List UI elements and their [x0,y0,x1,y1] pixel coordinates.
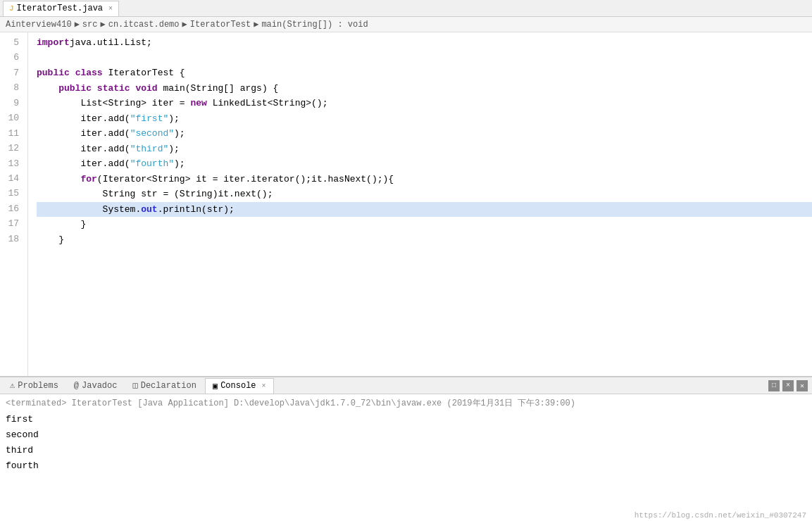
java-file-icon: J [9,4,14,13]
line-num-16: 16 [6,201,22,216]
editor-area: 5 6 7 8 9 10 11 12 13 14 15 16 17 18 imp… [0,32,812,377]
code-line-17: } [37,217,812,232]
console-output: first second third fourth [6,412,806,474]
line-num-7: 7 [6,65,22,80]
console-close-icon: × [262,382,266,390]
bottom-tab-bar: ⚠ Problems @ Javadoc ◫ Declaration ▣ Con… [0,377,812,394]
code-line-18: } [37,232,812,248]
console-terminated-text: <terminated> IteratorTest [Java Applicat… [6,397,806,409]
close-panel-button[interactable]: × [782,380,794,391]
line-num-15: 15 [6,186,22,201]
declaration-icon: ◫ [132,380,137,391]
code-line-9: List<String> iter = new LinkedList<Strin… [37,96,812,111]
breadcrumb-sep-4: ▶ [254,19,258,30]
console-line-2: second [6,427,806,443]
bottom-panel: ⚠ Problems @ Javadoc ◫ Declaration ▣ Con… [0,377,812,521]
console-icon: ▣ [213,381,218,391]
code-line-8: public static void main(String[] args) { [37,81,812,96]
tab-declaration[interactable]: ◫ Declaration [125,378,203,394]
code-line-10: iter.add("first"); [37,111,812,127]
console-line-4: fourth [6,458,806,474]
editor-tab[interactable]: J IteratorTest.java × [3,1,119,16]
code-text-area[interactable]: import java.util.List; public class Iter… [28,32,812,376]
line-num-8: 8 [6,80,22,95]
console-label: Console [220,381,256,391]
breadcrumb-method[interactable]: main(String[]) : void [261,20,368,30]
minimize-panel-button[interactable]: □ [768,380,780,391]
javadoc-icon: @ [74,381,79,391]
code-container: 5 6 7 8 9 10 11 12 13 14 15 16 17 18 imp… [0,32,812,376]
console-footer: https://blog.csdn.net/weixin_#0307247 [0,510,812,521]
line-num-14: 14 [6,171,22,186]
line-num-17: 17 [6,216,22,231]
tab-filename: IteratorTest.java [17,4,103,13]
line-num-6: 6 [6,50,22,65]
line-num-13: 13 [6,156,22,171]
code-line-5: import java.util.List; [37,35,812,51]
breadcrumb-sep-1: ▶ [75,19,80,30]
line-num-9: 9 [6,96,22,111]
declaration-label: Declaration [141,381,196,391]
tab-javadoc[interactable]: @ Javadoc [67,378,125,394]
line-num-10: 10 [6,111,22,125]
code-line-14: for(Iterator<String> it = iter.iterator(… [37,172,812,187]
menu-panel-button[interactable]: ✕ [797,380,808,391]
tab-bar: J IteratorTest.java × [0,0,812,17]
code-line-12: iter.add("third"); [37,142,812,157]
breadcrumb-sep-2: ▶ [100,19,105,30]
horizontal-scrollbar[interactable] [0,376,812,377]
javadoc-label: Javadoc [82,381,117,391]
breadcrumb-class[interactable]: IteratorTest [190,20,251,30]
console-line-1: first [6,412,806,427]
tab-problems[interactable]: ⚠ Problems [3,378,65,394]
breadcrumb: Ainterview410 ▶ src ▶ cn.itcast.demo ▶ I… [0,17,812,32]
line-num-18: 18 [6,232,22,246]
breadcrumb-sep-3: ▶ [182,19,187,30]
problems-label: Problems [18,381,58,391]
console-output-area: <terminated> IteratorTest [Java Applicat… [0,394,812,510]
tab-close-button[interactable]: × [108,5,113,13]
breadcrumb-package[interactable]: cn.itcast.demo [108,20,180,30]
code-line-13: iter.add("fourth"); [37,156,812,172]
code-line-6 [37,51,812,66]
line-num-5: 5 [6,35,22,50]
line-numbers: 5 6 7 8 9 10 11 12 13 14 15 16 17 18 [0,32,28,376]
code-line-11: iter.add("second"); [37,126,812,142]
breadcrumb-project[interactable]: Ainterview410 [6,20,72,30]
code-line-16: System.out.println(str); [37,202,812,218]
footer-url: https://blog.csdn.net/weixin_#0307247 [635,511,806,520]
code-line-7: public class IteratorTest { [37,65,812,81]
panel-action-icons: □ × ✕ [768,380,812,391]
line-num-12: 12 [6,141,22,156]
console-line-3: third [6,443,806,458]
problems-icon: ⚠ [10,380,15,391]
code-line-15: String str = (String)it.next(); [37,187,812,202]
tab-console[interactable]: ▣ Console × [205,378,274,394]
breadcrumb-src[interactable]: src [82,20,98,30]
line-num-11: 11 [6,126,22,141]
bottom-tabs: ⚠ Problems @ Javadoc ◫ Declaration ▣ Con… [3,378,274,394]
